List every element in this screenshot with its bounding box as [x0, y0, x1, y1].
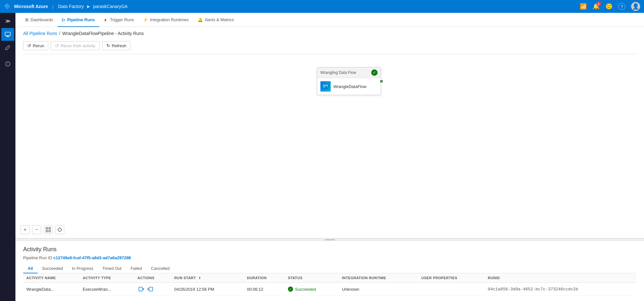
locate-icon [57, 227, 62, 232]
cell-integration-runtime: Unknown [339, 283, 418, 296]
action-output-button[interactable] [146, 285, 154, 293]
svg-rect-0 [5, 32, 10, 36]
status-tab-all[interactable]: All [23, 264, 38, 273]
app-layout: ≫ ! ⊞ Dashboards [0, 13, 644, 301]
svg-rect-12 [46, 230, 48, 232]
pipeline-runs-icon: ▷ [62, 17, 65, 22]
breadcrumb-separator: / [59, 31, 60, 36]
sidebar-item-edit[interactable] [1, 42, 14, 55]
fit-button[interactable] [44, 225, 53, 234]
breadcrumb-current: WrangleDataFlowPipeline - Activity Runs [62, 31, 144, 36]
cell-user-properties [418, 283, 485, 296]
pipeline-node[interactable]: Wrangling Data Flow ✓ WrangleDataFlow [317, 67, 381, 95]
sidebar-item-monitor[interactable] [1, 28, 14, 41]
dataflow-svg-icon [322, 83, 329, 90]
sidebar-toggle[interactable]: ≫ [3, 15, 13, 27]
svg-rect-8 [323, 87, 325, 88]
status-succeeded: ✓ Succeeded [288, 287, 335, 292]
pipeline-run-id-label: Pipeline Run ID c12749e8-fcaf-47f5-a8d3-… [23, 255, 636, 260]
wifi-icon[interactable]: 📶 [580, 3, 587, 10]
output-icon [147, 286, 153, 292]
node-header: Wrangling Data Flow ✓ [317, 67, 381, 78]
svg-rect-10 [46, 227, 48, 229]
integration-icon: ⚡ [143, 17, 148, 22]
col-header-actions: ACTIONS [134, 273, 171, 283]
canvas-controls: + − [21, 225, 64, 234]
table-body: WrangleData... ExecuteWran... [23, 283, 636, 296]
input-icon [139, 286, 144, 292]
monitor-icon [4, 31, 11, 38]
runs-table: ACTIVITY NAME ACTIVITY TYPE ACTIONS RUN … [23, 273, 636, 296]
user-avatar[interactable]: 👤 [631, 2, 640, 11]
status-tab-in-progress[interactable]: In Progress [67, 264, 98, 273]
svg-rect-11 [49, 227, 50, 229]
col-header-runid: RUNID [485, 273, 636, 283]
cell-status: ✓ Succeeded [285, 283, 339, 296]
zoom-in-button[interactable]: + [21, 225, 30, 234]
trigger-runs-icon: ⏵ [104, 17, 108, 22]
dashboards-icon: ⊞ [25, 17, 29, 22]
tab-bar: ⊞ Dashboards ▷ Pipeline Runs ⏵ Trigger R… [15, 13, 644, 27]
node-name: WrangleDataFlow [333, 84, 366, 89]
rerun-from-activity-button[interactable]: ↺ Rerun from activity [51, 41, 99, 50]
top-bar-right: 📶 🔔1 🙂 ? 👤 [580, 2, 640, 11]
page-header: All Pipeline Runs / WrangleDataFlowPipel… [15, 27, 644, 54]
all-pipeline-runs-link[interactable]: All Pipeline Runs [23, 31, 57, 36]
svg-rect-21 [149, 287, 153, 291]
rerun-button[interactable]: ↺ Rerun [23, 41, 48, 50]
status-tab-timed-out[interactable]: Timed Out [98, 264, 126, 273]
table-header: ACTIVITY NAME ACTIVITY TYPE ACTIONS RUN … [23, 273, 636, 283]
zoom-out-button[interactable]: − [32, 225, 41, 234]
breadcrumb: All Pipeline Runs / WrangleDataFlowPipel… [23, 31, 636, 36]
node-body: WrangleDataFlow [317, 78, 381, 95]
cell-runid: 04c1a856-3d9a-4652-bc7c-373246ccdc2b [485, 283, 636, 296]
tab-dashboards[interactable]: ⊞ Dashboards [21, 13, 58, 27]
rerun-icon: ↺ [27, 43, 31, 48]
cell-run-start: 04/26/2019 12:56 PM [171, 283, 244, 296]
alerts-icon: ! [4, 61, 11, 67]
sidebar: ≫ ! [0, 13, 15, 301]
col-header-integration-runtime: INTEGRATION RUNTIME [339, 273, 418, 283]
notification-icon[interactable]: 🔔1 [593, 3, 600, 10]
top-bar-separator: | [52, 4, 53, 9]
help-icon[interactable]: ? [618, 3, 625, 10]
node-success-icon: ✓ [371, 69, 378, 76]
tab-alerts-metrics[interactable]: 🔔 Alerts & Metrics [193, 13, 238, 27]
col-header-run-start[interactable]: RUN START ⬆ [171, 273, 244, 283]
status-tab-succeeded[interactable]: Succeeded [38, 264, 67, 273]
breadcrumb-arrow-icon: ▶ [87, 4, 90, 9]
tab-integration-runtimes[interactable]: ⚡ Integration Runtimes [139, 13, 193, 27]
cell-duration: 00:06:12 [244, 283, 285, 296]
action-input-button[interactable] [138, 285, 145, 293]
cell-actions [134, 283, 171, 296]
col-header-duration: DURATION [244, 273, 285, 283]
node-connector-right [380, 79, 383, 83]
rerun-activity-icon: ↺ [55, 43, 59, 48]
status-tab-failed[interactable]: Failed [126, 264, 146, 273]
wrangling-dataflow-icon [320, 81, 331, 92]
col-header-activity-name: ACTIVITY NAME [23, 273, 79, 283]
tab-trigger-runs[interactable]: ⏵ Trigger Runs [99, 13, 139, 27]
pipeline-run-id-value: c12749e8-fcaf-47f5-a8d3-ad7a6a297298 [53, 255, 131, 260]
svg-point-14 [58, 228, 61, 231]
tab-pipeline-runs[interactable]: ▷ Pipeline Runs [58, 13, 99, 27]
service-name: Data Factory [58, 4, 84, 9]
sidebar-item-alerts[interactable]: ! [1, 58, 14, 70]
alerts-tab-icon: 🔔 [198, 17, 203, 22]
section-title: Activity Runs [23, 246, 636, 253]
refresh-icon: ↻ [106, 43, 110, 48]
cell-activity-type: ExecuteWran... [79, 283, 134, 296]
smiley-icon[interactable]: 🙂 [605, 3, 613, 10]
svg-rect-13 [49, 230, 50, 232]
status-tab-cancelled[interactable]: Cancelled [147, 264, 174, 273]
divider[interactable] [15, 238, 644, 241]
activity-runs-section: Activity Runs Pipeline Run ID c12749e8-f… [15, 241, 644, 301]
resource-name: paraskCanaryGA [93, 4, 128, 9]
notification-badge: 1 [596, 2, 601, 6]
canvas-area: Wrangling Data Flow ✓ WrangleDataFlow [15, 54, 644, 238]
svg-rect-9 [327, 86, 328, 87]
locate-button[interactable] [55, 225, 64, 234]
sort-icon: ⬆ [198, 276, 201, 280]
refresh-button[interactable]: ↻ Refresh [102, 41, 131, 50]
edit-icon [4, 45, 11, 52]
